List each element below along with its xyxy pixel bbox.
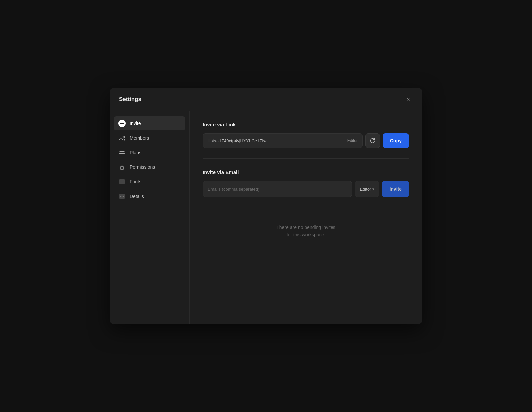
sidebar-item-fonts[interactable]: T Fonts — [114, 175, 185, 189]
svg-text:T: T — [121, 180, 123, 184]
email-input[interactable] — [208, 187, 347, 192]
section-divider — [203, 158, 409, 159]
svg-point-7 — [122, 168, 123, 169]
members-icon — [118, 134, 126, 142]
sidebar-item-invite-label: Invite — [130, 121, 141, 126]
svg-point-11 — [120, 196, 121, 197]
svg-rect-4 — [119, 151, 125, 152]
close-button[interactable]: × — [404, 95, 413, 104]
settings-modal: Settings × Invite — [110, 88, 422, 324]
invite-email-row: Editor ▾ Invite — [203, 181, 409, 197]
svg-rect-5 — [119, 153, 125, 154]
sidebar-item-permissions[interactable]: Permissions — [114, 160, 185, 174]
sidebar-item-details-label: Details — [130, 194, 144, 199]
modal-header: Settings × — [110, 88, 422, 111]
sidebar-item-members[interactable]: Members — [114, 131, 185, 145]
modal-body: Invite Members — [110, 111, 422, 324]
svg-point-13 — [123, 196, 123, 197]
invite-link-text: ilists--1Z49xtp4vjHYYhCe1ZIw — [208, 138, 343, 143]
permissions-icon — [118, 163, 126, 171]
details-icon — [118, 193, 126, 200]
content-area: Invite via Link ilists--1Z49xtp4vjHYYhCe… — [190, 111, 422, 324]
empty-state-line2: for this workspace. — [287, 231, 326, 238]
sidebar-item-members-label: Members — [130, 135, 149, 141]
sidebar-item-plans-label: Plans — [130, 150, 141, 155]
sidebar: Invite Members — [110, 111, 190, 324]
copy-link-button[interactable]: Copy — [383, 133, 409, 148]
email-role-label: Editor — [360, 187, 371, 192]
invite-email-title: Invite via Email — [203, 169, 409, 175]
sidebar-item-plans[interactable]: Plans — [114, 146, 185, 159]
chevron-down-icon: ▾ — [372, 187, 374, 191]
svg-point-2 — [120, 136, 122, 138]
empty-state: There are no pending invites for this wo… — [203, 197, 409, 252]
sidebar-item-details[interactable]: Details — [114, 189, 185, 203]
invite-link-field: ilists--1Z49xtp4vjHYYhCe1ZIw Editor — [203, 133, 363, 148]
modal-title: Settings — [119, 96, 141, 103]
sidebar-item-invite[interactable]: Invite — [114, 116, 185, 130]
plans-icon — [118, 149, 126, 156]
empty-state-line1: There are no pending invites — [276, 224, 335, 231]
sidebar-item-fonts-label: Fonts — [130, 179, 141, 184]
invite-link-role: Editor — [347, 138, 358, 143]
svg-point-3 — [123, 136, 125, 138]
refresh-link-button[interactable] — [365, 133, 380, 148]
email-input-wrapper[interactable] — [203, 181, 352, 197]
svg-point-12 — [122, 196, 122, 197]
email-role-select[interactable]: Editor ▾ — [355, 181, 379, 197]
sidebar-item-permissions-label: Permissions — [130, 164, 155, 170]
invite-icon — [118, 120, 126, 127]
invite-link-title: Invite via Link — [203, 122, 409, 127]
fonts-icon: T — [118, 178, 126, 185]
invite-link-row: ilists--1Z49xtp4vjHYYhCe1ZIw Editor Copy — [203, 133, 409, 148]
invite-email-button[interactable]: Invite — [382, 181, 409, 197]
